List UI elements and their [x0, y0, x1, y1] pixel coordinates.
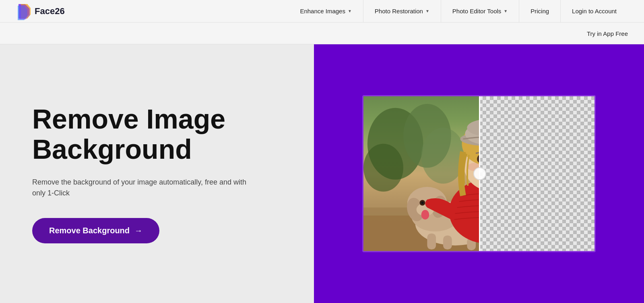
nav-login[interactable]: Login to Account	[561, 0, 628, 22]
chevron-down-icon: ▼	[348, 9, 352, 13]
divider-handle[interactable]	[473, 167, 486, 180]
hero-left-panel: Remove Image Background Remove the backg…	[0, 44, 314, 303]
image-comparison-widget	[362, 95, 596, 252]
header-row1: Face26 Enhance Images ▼ Photo Restoratio…	[0, 0, 644, 22]
svg-point-13	[421, 201, 424, 204]
nav-enhance-images[interactable]: Enhance Images ▼	[289, 0, 363, 22]
logo[interactable]: Face26	[16, 2, 65, 20]
header: Face26 Enhance Images ▼ Photo Restoratio…	[0, 0, 644, 44]
chevron-down-icon: ▼	[504, 9, 508, 13]
nav-photo-restoration[interactable]: Photo Restoration ▼	[363, 0, 441, 22]
chevron-down-icon: ▼	[425, 9, 429, 13]
arrow-right-icon: →	[134, 226, 142, 235]
nav-pricing[interactable]: Pricing	[519, 0, 561, 22]
svg-point-2	[363, 144, 403, 192]
svg-rect-15	[427, 233, 436, 249]
transparent-background-indicator	[479, 96, 594, 251]
hero-headline: Remove Image Background	[32, 104, 282, 164]
hero-right-panel	[314, 44, 644, 303]
remove-background-button[interactable]: Remove Background →	[32, 218, 159, 243]
svg-rect-16	[443, 235, 452, 249]
main-nav: Enhance Images ▼ Photo Restoration ▼ Pho…	[289, 0, 628, 22]
comparison-divider	[479, 96, 480, 251]
nav-photo-editor-tools[interactable]: Photo Editor Tools ▼	[441, 0, 519, 22]
try-app-button[interactable]: Try in App Free	[587, 30, 628, 37]
header-row2: Try in App Free	[0, 22, 644, 44]
svg-point-14	[421, 210, 429, 220]
logo-text: Face26	[35, 6, 65, 17]
main-content: Remove Image Background Remove the backg…	[0, 0, 644, 303]
logo-icon	[16, 2, 31, 20]
hero-subtext: Remove the background of your image auto…	[32, 177, 258, 199]
